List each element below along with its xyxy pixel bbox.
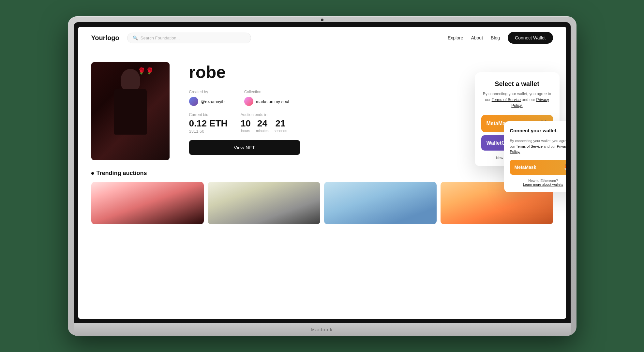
trending-grid bbox=[91, 182, 553, 224]
header-nav: Explore About Blog Connect Wallet bbox=[448, 32, 553, 44]
trending-title: Trending auctions bbox=[91, 170, 553, 177]
minutes-unit: 24 minutes bbox=[256, 118, 269, 133]
site-header: Yourlogo 🔍 Search Foundation... Explore … bbox=[78, 27, 566, 49]
created-by-label: Created by bbox=[189, 90, 225, 94]
wallet-modal-secondary: Connect your wallet. ✕ By connecting you… bbox=[504, 121, 566, 192]
terms-link[interactable]: Terms of Service bbox=[492, 97, 521, 102]
site-main: 🌹🌹 robe Created by @rozumnyib bbox=[78, 49, 566, 167]
laptop-brand: Macbook bbox=[311, 327, 333, 332]
secondary-new-eth: New to Ethereum? Learn more about wallet… bbox=[510, 179, 566, 186]
nft-image-container: 🌹🌹 bbox=[91, 62, 170, 160]
trending-section: Trending auctions bbox=[78, 167, 566, 231]
trending-card-2[interactable] bbox=[208, 182, 320, 224]
trending-dot bbox=[91, 172, 94, 175]
creator-info[interactable]: @rozumnyib bbox=[189, 97, 225, 106]
trending-card-1[interactable] bbox=[91, 182, 204, 224]
nav-about[interactable]: About bbox=[471, 35, 483, 40]
secondary-modal-desc: By connecting your wallet, you agree to … bbox=[510, 138, 566, 154]
view-nft-button[interactable]: View NFT bbox=[189, 140, 300, 155]
wallet-and-text: and our bbox=[522, 97, 535, 102]
nav-explore[interactable]: Explore bbox=[448, 35, 463, 40]
person-body bbox=[114, 89, 147, 135]
screen-bezel: Yourlogo 🔍 Search Foundation... Explore … bbox=[74, 22, 571, 323]
collection-name: marks on my soul bbox=[256, 99, 289, 104]
metamask-icon-secondary: 🦊 bbox=[564, 163, 566, 171]
secondary-modal-header: Connect your wallet. ✕ bbox=[510, 128, 566, 134]
seconds-value: 21 bbox=[274, 118, 287, 129]
site-logo: Yourlogo bbox=[91, 34, 119, 42]
hours-label: hours bbox=[241, 129, 251, 133]
collection-label: Collection bbox=[244, 90, 289, 94]
search-bar[interactable]: 🔍 Search Foundation... bbox=[127, 33, 251, 43]
minutes-label: minutes bbox=[256, 129, 269, 133]
bid-usd-value: $311.60 bbox=[189, 129, 228, 134]
search-icon: 🔍 bbox=[133, 36, 138, 40]
creator-avatar bbox=[189, 97, 198, 106]
hours-unit: 10 hours bbox=[241, 118, 251, 133]
laptop-shell: Yourlogo 🔍 Search Foundation... Explore … bbox=[68, 16, 577, 336]
person-head bbox=[121, 69, 140, 92]
metamask-label-secondary: MetaMask bbox=[515, 165, 536, 170]
nav-blog[interactable]: Blog bbox=[491, 35, 500, 40]
new-to-ethereum-text: New to Ethereum? bbox=[510, 179, 566, 183]
connect-wallet-button[interactable]: Connect Wallet bbox=[508, 32, 553, 44]
secondary-terms-link[interactable]: Terms of Service bbox=[516, 144, 543, 148]
wallet-modal-primary-title: Select a wallet bbox=[481, 80, 553, 88]
search-placeholder: Search Foundation... bbox=[141, 36, 180, 40]
collection-avatar bbox=[244, 97, 253, 106]
collection-info[interactable]: marks on my soul bbox=[244, 97, 289, 106]
creator-handle: @rozumnyib bbox=[201, 99, 225, 104]
creator-section: Created by @rozumnyib bbox=[189, 90, 225, 106]
current-bid-container: Current bid 0.12 ETH $311.60 bbox=[189, 112, 228, 134]
secondary-modal-title: Connect your wallet. bbox=[510, 128, 566, 133]
minutes-value: 24 bbox=[256, 118, 269, 129]
timer-units: 10 hours 24 minutes 21 seconds bbox=[241, 118, 287, 133]
rose-decoration: 🌹🌹 bbox=[138, 67, 154, 75]
wallet-modal-primary-desc: By connecting your wallet, you agree to … bbox=[481, 91, 553, 109]
current-bid-label: Current bid bbox=[189, 112, 228, 117]
auction-ends-label: Auction ends in bbox=[241, 112, 287, 117]
seconds-unit: 21 seconds bbox=[274, 118, 287, 133]
trending-card-3[interactable] bbox=[324, 182, 437, 224]
laptop-screen: Yourlogo 🔍 Search Foundation... Explore … bbox=[78, 27, 566, 319]
collection-section: Collection marks on my soul bbox=[244, 90, 289, 106]
card-art-1 bbox=[91, 182, 204, 224]
secondary-and-text: and our bbox=[544, 144, 556, 148]
metamask-button-secondary[interactable]: MetaMask 🦊 bbox=[510, 160, 566, 175]
nft-image: 🌹🌹 bbox=[91, 62, 170, 160]
trending-title-text: Trending auctions bbox=[97, 170, 147, 177]
hours-value: 10 bbox=[241, 118, 251, 129]
card-art-2 bbox=[208, 182, 320, 224]
laptop-base: Macbook bbox=[74, 323, 571, 336]
bid-eth-value: 0.12 ETH bbox=[189, 118, 228, 129]
auction-timer-wrapper: Auction ends in 10 hours 24 minutes bbox=[241, 112, 287, 133]
learn-more-link-secondary[interactable]: Learn more about wallets bbox=[523, 183, 563, 186]
card-art-3 bbox=[324, 182, 437, 224]
nft-person-art: 🌹🌹 bbox=[101, 66, 160, 157]
seconds-label: seconds bbox=[274, 129, 287, 133]
